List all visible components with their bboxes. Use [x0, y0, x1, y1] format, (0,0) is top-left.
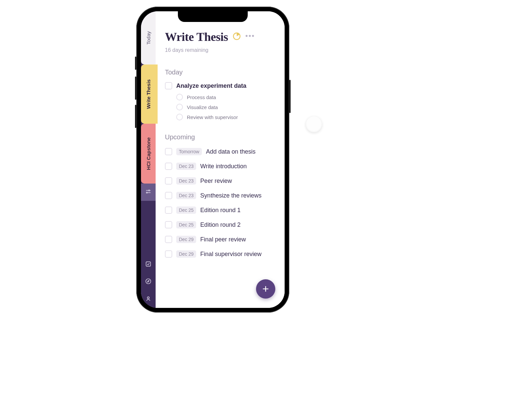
sidebar-tab-write-thesis[interactable]: Write Thesis — [141, 65, 156, 124]
subtask-row[interactable]: Review with supervisor — [176, 112, 278, 122]
date-chip: Tomorrow — [176, 148, 202, 155]
task-row[interactable]: Analyze experiment data — [165, 79, 278, 92]
sidebar-tab-label: HCI Capstone — [146, 137, 151, 170]
task-label: Edition round 2 — [200, 221, 240, 228]
upcoming-list: Tomorrow Add data on thesis Dec 23 Write… — [165, 144, 278, 261]
task-label: Edition round 1 — [200, 207, 240, 214]
sidebar-tab-today[interactable]: Today — [141, 11, 156, 65]
task-row[interactable]: Dec 29 Final supervisor review — [165, 247, 278, 261]
task-label: Final peer review — [200, 236, 246, 243]
sidebar-spacer — [141, 201, 156, 256]
subtask-radio[interactable] — [176, 94, 183, 100]
sidebar-tab-label: Today — [146, 31, 151, 45]
task-checkbox[interactable] — [165, 177, 172, 185]
svg-point-4 — [147, 297, 149, 299]
task-label: Final supervisor review — [200, 251, 261, 258]
task-checkbox[interactable] — [165, 221, 172, 228]
phone-notch — [178, 11, 248, 22]
subtask-label: Process data — [187, 94, 216, 100]
sidebar-rail: Today Write Thesis HCI Capstone — [141, 11, 156, 308]
task-row[interactable]: Dec 23 Synthesize the reviews — [165, 188, 278, 203]
date-chip: Dec 25 — [176, 206, 196, 214]
task-label: Synthesize the reviews — [200, 192, 261, 199]
clock-icon[interactable] — [233, 32, 241, 42]
subtask-radio[interactable] — [176, 104, 183, 110]
task-checkbox[interactable] — [165, 236, 172, 243]
phone-mute-switch — [135, 57, 136, 70]
sidebar-filter-button[interactable] — [141, 184, 156, 201]
sidebar-tasks-button[interactable] — [141, 256, 156, 273]
title-row: Write Thesis ••• — [165, 30, 278, 44]
more-icon[interactable]: ••• — [245, 32, 255, 42]
page-title: Write Thesis — [165, 30, 228, 44]
checkbox-icon — [145, 261, 152, 269]
phone-screen: Today Write Thesis HCI Capstone — [141, 11, 285, 308]
subtask-list: Process data Visualize data Review with … — [176, 92, 278, 122]
phone-frame: Today Write Thesis HCI Capstone — [136, 7, 289, 313]
subtask-row[interactable]: Visualize data — [176, 102, 278, 112]
task-checkbox[interactable] — [165, 82, 172, 89]
date-chip: Dec 23 — [176, 163, 196, 170]
subtask-radio[interactable] — [176, 114, 183, 120]
days-remaining: 16 days remaining — [165, 47, 278, 53]
sidebar-tab-label: Write Thesis — [146, 79, 151, 109]
plus-icon: + — [262, 283, 269, 294]
sidebar-tab-hci-capstone[interactable]: HCI Capstone — [141, 124, 156, 184]
cursor-indicator — [306, 116, 322, 132]
subtask-label: Visualize data — [187, 104, 218, 110]
task-row[interactable]: Dec 29 Final peer review — [165, 232, 278, 247]
task-row[interactable]: Dec 25 Edition round 1 — [165, 203, 278, 217]
main-content: Write Thesis ••• 16 days remaining Today… — [156, 11, 285, 308]
svg-rect-2 — [146, 262, 150, 266]
section-heading-upcoming: Upcoming — [165, 133, 278, 141]
task-row[interactable]: Dec 23 Write introduction — [165, 159, 278, 174]
phone-power-button — [289, 80, 291, 113]
task-label: Peer review — [200, 178, 232, 185]
sidebar-explore-button[interactable] — [141, 273, 156, 291]
svg-point-1 — [146, 192, 147, 193]
sliders-icon — [145, 188, 152, 196]
svg-point-0 — [149, 190, 150, 191]
task-label: Analyze experiment data — [176, 82, 246, 89]
sidebar-profile-button[interactable] — [141, 291, 156, 308]
task-row[interactable]: Tomorrow Add data on thesis — [165, 144, 278, 159]
date-chip: Dec 23 — [176, 192, 196, 199]
phone-volume-down — [135, 105, 136, 128]
task-row[interactable]: Dec 25 Edition round 2 — [165, 217, 278, 232]
task-checkbox[interactable] — [165, 163, 172, 170]
subtask-label: Review with supervisor — [187, 114, 238, 120]
svg-point-3 — [146, 279, 151, 284]
compass-icon — [145, 278, 152, 286]
task-checkbox[interactable] — [165, 206, 172, 214]
date-chip: Dec 23 — [176, 177, 196, 185]
phone-volume-up — [135, 76, 136, 100]
task-label: Add data on thesis — [206, 148, 255, 155]
task-checkbox[interactable] — [165, 250, 172, 258]
date-chip: Dec 29 — [176, 250, 196, 258]
person-icon — [145, 295, 152, 303]
task-label: Write introduction — [200, 163, 247, 170]
date-chip: Dec 29 — [176, 236, 196, 243]
task-checkbox[interactable] — [165, 148, 172, 155]
task-row[interactable]: Dec 23 Peer review — [165, 174, 278, 188]
section-heading-today: Today — [165, 68, 278, 76]
task-checkbox[interactable] — [165, 192, 172, 199]
date-chip: Dec 25 — [176, 221, 196, 228]
subtask-row[interactable]: Process data — [176, 92, 278, 102]
add-task-button[interactable]: + — [256, 279, 275, 299]
